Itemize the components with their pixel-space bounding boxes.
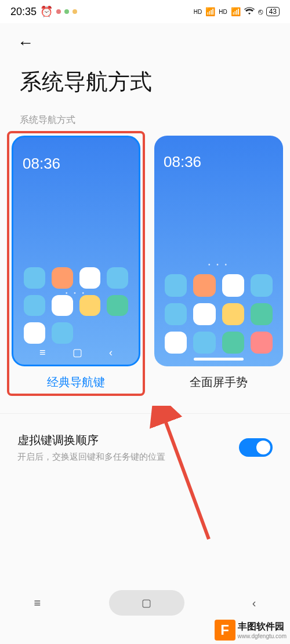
option-gesture-label[interactable]: 全面屏手势 [190,374,248,390]
hd-icon-2: HD [219,9,227,15]
toggle-knob [256,441,270,454]
watermark-url: www.dgfengtu.com [238,633,287,639]
back-row: ← [0,23,290,57]
app-icon [107,295,128,316]
battery-icon: 43 [266,7,280,16]
watermark-logo: F [215,620,235,641]
swap-keys-subtitle: 开启后，交换返回键和多任务键的位置 [17,452,165,463]
app-icon [52,295,73,316]
navigation-options: 08:36 • • • ≡ ▢ ‹ [0,131,290,396]
app-icon [79,267,101,289]
watermark-name: 丰图软件园 [238,621,284,631]
home-icon: ▢ [142,596,151,609]
watermark: F 丰图软件园 www.dgfengtu.com [215,620,287,641]
wifi-icon [244,7,255,17]
app-icon [193,274,215,296]
status-bar: 20:35 ⏰ HD 📶 HD 📶 ⎋ 43 [0,0,290,23]
status-right: HD 📶 HD 📶 ⎋ 43 [194,7,280,17]
status-left: 20:35 ⏰ [10,5,77,18]
status-dot-1 [56,9,61,14]
menu-icon: ≡ [39,347,46,359]
preview-time-gesture: 08:36 [164,153,274,171]
app-icon [52,267,73,289]
app-icon [107,267,128,289]
option-classic-highlight: 08:36 • • • ≡ ▢ ‹ [7,131,145,396]
option-gesture-inner: 08:36 • • • [154,136,283,366]
status-dot-3 [72,9,77,14]
option-gesture-card[interactable]: 08:36 • • • [154,136,283,366]
page-dots-gesture: • • • [154,261,283,268]
status-time: 20:35 [10,6,37,18]
setting-text-col: 虚拟键调换顺序 开启后，交换返回键和多任务键的位置 [17,432,165,463]
preview-grid-classic [13,267,139,344]
app-icon [193,303,215,325]
swap-keys-title: 虚拟键调换顺序 [17,432,165,448]
swap-keys-row[interactable]: 虚拟键调换顺序 开启后，交换返回键和多任务键的位置 [0,419,290,476]
option-classic-label[interactable]: 经典导航键 [47,374,105,390]
back-button[interactable]: ← [17,34,34,52]
option-classic-card[interactable]: 08:36 • • • ≡ ▢ ‹ [12,136,140,366]
home-icon: ▢ [72,346,82,359]
sys-menu-button[interactable]: ≡ [34,596,41,610]
sys-back-button[interactable]: ‹ [252,596,256,610]
page-title: 系统导航方式 [0,57,290,108]
back-icon: ‹ [109,347,113,359]
app-icon [251,303,273,325]
app-icon [251,274,273,296]
gesture-bar-icon [194,358,244,361]
app-icon [165,332,187,354]
signal-icon-2: 📶 [231,7,241,16]
preview-navbar-classic: ≡ ▢ ‹ [13,344,139,361]
battery-value: 43 [269,8,277,16]
app-icon [165,274,187,296]
option-gesture-col: 08:36 • • • 全面屏手势 [154,131,283,396]
app-icon [222,332,244,354]
app-icon [79,295,101,316]
app-icon [24,267,45,289]
app-icon [24,295,45,316]
app-icon [251,332,273,354]
system-navbar: ≡ ▢ ‹ [0,587,290,618]
status-dot-2 [64,9,69,14]
sys-home-button[interactable]: ▢ [109,590,184,616]
app-icon [193,332,215,354]
preview-grid-gesture [154,274,283,354]
app-icon [165,303,187,325]
app-icon [222,303,244,325]
option-classic-inner: 08:36 • • • ≡ ▢ ‹ [13,137,139,365]
app-icon [222,274,244,296]
preview-time-classic: 08:36 [23,155,129,173]
section-label: 系统导航方式 [0,108,290,131]
app-icon [52,322,73,344]
watermark-text: 丰图软件园 www.dgfengtu.com [238,621,287,639]
divider [0,413,290,414]
app-icon [24,322,45,344]
extra-icon: ⎋ [258,7,263,16]
alarm-icon: ⏰ [40,5,53,18]
swap-keys-toggle[interactable] [239,438,273,457]
hd-icon-1: HD [194,9,202,15]
signal-icon-1: 📶 [205,7,215,16]
